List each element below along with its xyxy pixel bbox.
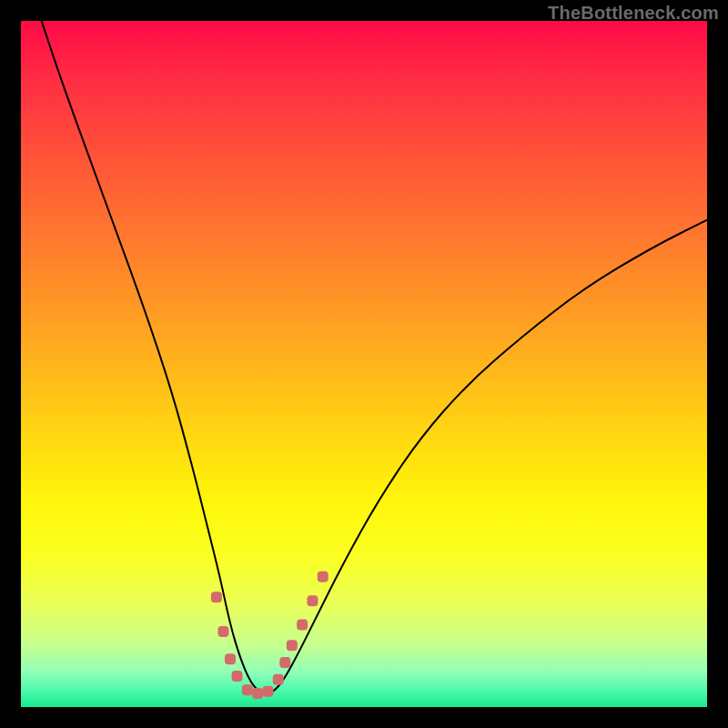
optimal-marker	[273, 674, 284, 685]
optimal-marker	[262, 686, 273, 697]
optimal-marker	[297, 620, 308, 631]
plot-area	[21, 21, 707, 707]
curve-line	[42, 21, 707, 693]
chart-frame: TheBottleneck.com	[0, 0, 728, 728]
optimal-marker	[279, 657, 290, 668]
optimal-zone-markers	[211, 571, 329, 699]
optimal-marker	[225, 653, 236, 664]
optimal-marker	[232, 671, 243, 682]
bottleneck-curve	[21, 21, 707, 707]
watermark-text: TheBottleneck.com	[548, 3, 719, 24]
optimal-marker	[252, 688, 263, 699]
optimal-marker	[217, 626, 228, 637]
optimal-marker	[318, 571, 329, 582]
optimal-marker	[242, 684, 253, 695]
optimal-marker	[307, 595, 318, 606]
optimal-marker	[287, 640, 298, 651]
optimal-marker	[211, 592, 222, 602]
